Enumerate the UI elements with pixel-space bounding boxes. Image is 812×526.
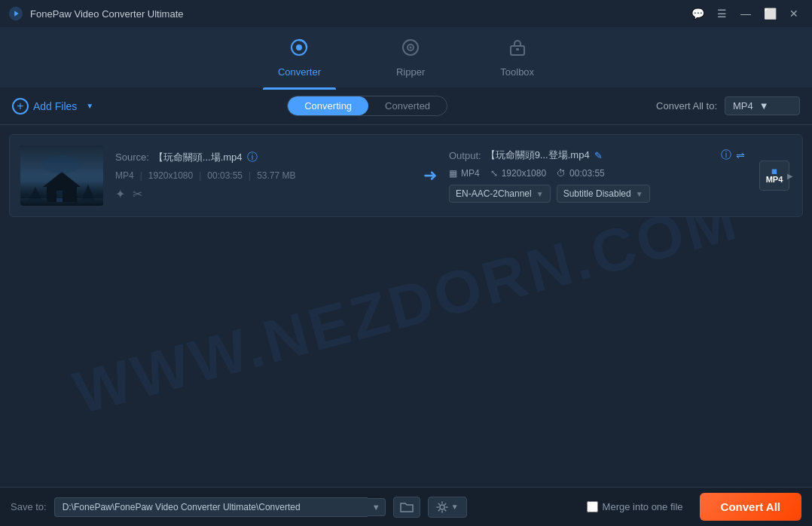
meta-sep-3: | xyxy=(249,170,251,181)
convert-arrow-icon: ➜ xyxy=(423,166,437,185)
svg-point-15 xyxy=(43,155,81,173)
tab-group: Converting Converted xyxy=(287,96,447,116)
output-resolution-icon: ⤡ xyxy=(490,168,498,179)
output-resolution: 1920x1080 xyxy=(502,168,546,179)
source-duration: 00:03:55 xyxy=(207,170,243,181)
watermark-text: WWW.NEZDORN.COM xyxy=(66,184,746,428)
title-bar-controls: 💬 ☰ — ⬜ ✕ xyxy=(687,5,804,23)
svg-rect-9 xyxy=(20,145,103,206)
output-format-icon: ▦ xyxy=(449,168,457,179)
audio-channel-dropdown[interactable]: EN-AAC-2Channel ▼ xyxy=(449,185,551,203)
subtitle-dropdown[interactable]: Subtitle Disabled ▼ xyxy=(557,185,650,203)
title-bar: FonePaw Video Converter Ultimate 💬 ☰ — ⬜… xyxy=(0,0,812,27)
nav-item-ripper[interactable]: Ripper xyxy=(381,32,440,84)
main-content: WWW.NEZDORN.COM xyxy=(0,125,812,487)
svg-marker-13 xyxy=(28,187,43,202)
output-info-icons: ⓘ ⇌ xyxy=(721,148,745,162)
subtitle-value: Subtitle Disabled xyxy=(563,188,631,199)
format-badge[interactable]: ▦ MP4 ▶ xyxy=(757,158,792,193)
output-info-icon[interactable]: ⓘ xyxy=(721,148,731,162)
bottom-bar: Save to: ▼ ▼ Merge into one file Convert… xyxy=(0,487,812,526)
source-row: Source: 【玩命關頭...場.mp4 ⓘ xyxy=(115,151,411,164)
app-title: FonePaw Video Converter Ultimate xyxy=(30,8,184,20)
ripper-icon xyxy=(401,38,420,62)
maximize-button[interactable]: ⬜ xyxy=(759,5,780,23)
output-row: Output: 【玩命關頭9...登場.mp4 ✎ ⓘ ⇌ xyxy=(449,148,745,162)
meta-sep-2: | xyxy=(199,170,201,181)
format-value: MP4 xyxy=(733,100,753,112)
merge-label: Merge into one file xyxy=(603,501,683,512)
svg-point-3 xyxy=(296,44,302,50)
thumbnail xyxy=(20,145,103,206)
toolbox-icon xyxy=(508,38,527,62)
add-files-dropdown[interactable]: ▼ xyxy=(86,102,93,110)
magic-icon[interactable]: ✦ xyxy=(115,187,125,201)
settings-chevron: ▼ xyxy=(451,503,459,511)
source-filename: 【玩命關頭...場.mp4 xyxy=(154,151,243,164)
converter-label: Converter xyxy=(278,66,321,78)
output-format-item: ▦ MP4 xyxy=(449,168,480,179)
subtitle-chevron-icon: ▼ xyxy=(636,190,643,198)
convert-all-to-label: Convert All to: xyxy=(656,100,717,112)
svg-marker-14 xyxy=(81,185,96,202)
close-button[interactable]: ✕ xyxy=(783,5,804,23)
file-item: Source: 【玩命關頭...場.mp4 ⓘ MP4 | 1920x1080 … xyxy=(9,134,803,217)
file-output-info: Output: 【玩命關頭9...登場.mp4 ✎ ⓘ ⇌ ▦ MP4 ⤡ 19… xyxy=(449,148,745,203)
menu-button[interactable]: ☰ xyxy=(711,5,732,23)
file-meta: MP4 | 1920x1080 | 00:03:55 | 53.77 MB xyxy=(115,170,411,181)
open-folder-button[interactable] xyxy=(393,497,420,518)
source-format: MP4 xyxy=(115,170,134,181)
toolbar: + Add Files ▼ Converting Converted Conve… xyxy=(0,87,812,125)
add-files-label: Add Files xyxy=(33,100,77,112)
svg-point-6 xyxy=(410,46,412,48)
output-filename: 【玩命關頭9...登場.mp4 xyxy=(486,148,590,162)
output-duration-item: ⏱ 00:03:55 xyxy=(557,168,605,179)
output-settings-icon[interactable]: ⇌ xyxy=(736,149,745,161)
file-source-info: Source: 【玩命關頭...場.mp4 ⓘ MP4 | 1920x1080 … xyxy=(115,151,411,201)
svg-point-16 xyxy=(440,505,444,509)
output-meta: ▦ MP4 ⤡ 1920x1080 ⏱ 00:03:55 xyxy=(449,168,745,179)
save-path-input[interactable] xyxy=(54,497,368,517)
output-resolution-item: ⤡ 1920x1080 xyxy=(490,168,546,179)
merge-checkbox-wrapper: Merge into one file xyxy=(587,501,683,512)
save-to-label: Save to: xyxy=(11,501,47,512)
source-info-icon[interactable]: ⓘ xyxy=(247,151,258,164)
nav-item-converter[interactable]: Converter xyxy=(263,32,336,84)
minimize-button[interactable]: — xyxy=(735,5,756,23)
file-actions: ✦ ✂ xyxy=(115,187,411,201)
edit-filename-icon[interactable]: ✎ xyxy=(594,150,603,161)
svg-rect-8 xyxy=(516,48,519,50)
path-dropdown-button[interactable]: ▼ xyxy=(368,498,386,516)
source-resolution: 1920x1080 xyxy=(148,170,193,181)
settings-button[interactable]: ▼ xyxy=(428,497,467,518)
audio-channel-value: EN-AAC-2Channel xyxy=(456,188,532,199)
converter-icon xyxy=(289,38,309,62)
chat-button[interactable]: 💬 xyxy=(687,5,708,23)
source-size: 53.77 MB xyxy=(257,170,295,181)
convert-all-format-select[interactable]: MP4 ▼ xyxy=(725,96,800,115)
app-logo-icon xyxy=(8,5,24,22)
format-badge-label: MP4 xyxy=(766,175,783,184)
nav-item-toolbox[interactable]: Toolbox xyxy=(485,32,549,84)
thumbnail-image xyxy=(20,145,103,206)
path-input-wrapper: ▼ xyxy=(54,497,386,517)
tab-converting[interactable]: Converting xyxy=(288,96,368,115)
format-badge-chevron-icon: ▶ xyxy=(787,172,793,180)
source-label: Source: xyxy=(115,151,149,163)
output-label: Output: xyxy=(449,150,481,161)
tab-converted[interactable]: Converted xyxy=(368,96,447,115)
scissors-icon[interactable]: ✂ xyxy=(133,187,142,201)
plus-icon: + xyxy=(12,98,29,115)
title-bar-left: FonePaw Video Converter Ultimate xyxy=(8,5,184,22)
format-badge-icon: ▦ xyxy=(771,168,777,175)
output-format: MP4 xyxy=(461,168,480,179)
output-duration-icon: ⏱ xyxy=(557,168,566,179)
toolbox-label: Toolbox xyxy=(500,66,534,78)
output-controls: EN-AAC-2Channel ▼ Subtitle Disabled ▼ xyxy=(449,185,745,203)
convert-all-button[interactable]: Convert All xyxy=(700,493,801,521)
meta-sep-1: | xyxy=(140,170,142,181)
audio-chevron-icon: ▼ xyxy=(536,190,544,198)
merge-checkbox[interactable] xyxy=(587,501,598,512)
add-files-button[interactable]: + Add Files xyxy=(12,98,77,115)
svg-rect-12 xyxy=(56,191,63,202)
